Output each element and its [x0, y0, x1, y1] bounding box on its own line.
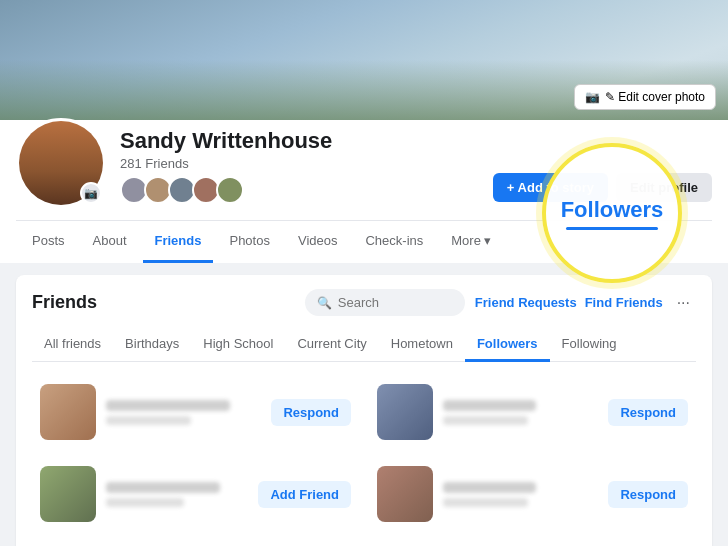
friend-info — [106, 482, 248, 507]
avatar-camera-icon[interactable]: 📷 — [80, 182, 102, 204]
friend-avatar — [40, 466, 96, 522]
nav-checkins[interactable]: Check-ins — [353, 221, 435, 263]
friend-card: Respond — [369, 540, 696, 546]
nav-friends[interactable]: Friends — [143, 221, 214, 263]
friend-info — [106, 400, 261, 425]
nav-more[interactable]: More ▾ — [439, 221, 503, 263]
followers-highlight-text: Followers — [561, 197, 664, 223]
cover-photo: 📷 ✎ Edit cover photo — [0, 0, 728, 120]
nav-posts[interactable]: Posts — [20, 221, 77, 263]
friend-avatars-row — [120, 176, 479, 204]
avatar-wrap: 📷 — [16, 118, 106, 208]
subtab-following[interactable]: Following — [550, 328, 629, 362]
friends-grid: Respond Respond Add Friend — [32, 376, 696, 546]
profile-info: Sandy Writtenhouse 281 Friends — [120, 128, 479, 208]
add-friend-button[interactable]: Add Friend — [258, 481, 351, 508]
followers-highlight-circle: Followers — [542, 143, 682, 283]
profile-actions: + Add to story Edit profile Followers — [493, 173, 712, 208]
friend-card: Respond — [32, 376, 359, 448]
find-friends-button[interactable]: Find Friends — [585, 295, 663, 310]
friend-detail — [443, 498, 528, 507]
nav-photos[interactable]: Photos — [217, 221, 281, 263]
friend-avatar — [40, 384, 96, 440]
more-options-button[interactable]: ··· — [671, 292, 696, 314]
search-box[interactable]: 🔍 — [305, 289, 465, 316]
respond-button[interactable]: Respond — [271, 399, 351, 426]
friend-name — [106, 482, 220, 493]
subtab-birthdays[interactable]: Birthdays — [113, 328, 191, 362]
friends-actions: Friend Requests Find Friends ··· — [475, 292, 696, 314]
subtab-current-city[interactable]: Current City — [285, 328, 378, 362]
edit-cover-label: ✎ Edit cover photo — [605, 90, 705, 104]
friend-card: Respond — [369, 458, 696, 530]
friend-avatar — [377, 466, 433, 522]
subtab-all-friends[interactable]: All friends — [32, 328, 113, 362]
nav-about[interactable]: About — [81, 221, 139, 263]
edit-cover-button[interactable]: 📷 ✎ Edit cover photo — [574, 84, 716, 110]
friends-panel: Friends 🔍 Friend Requests Find Friends ·… — [16, 275, 712, 546]
friends-header: Friends 🔍 Friend Requests Find Friends ·… — [32, 289, 696, 316]
friend-card: Add Friend — [32, 458, 359, 530]
friend-name — [106, 400, 230, 411]
friend-card: Respond — [369, 376, 696, 448]
search-icon: 🔍 — [317, 296, 332, 310]
friend-card: Respond — [32, 540, 359, 546]
search-input[interactable] — [338, 295, 453, 310]
friend-name — [443, 400, 536, 411]
friend-mini-avatar — [216, 176, 244, 204]
subtab-high-school[interactable]: High School — [191, 328, 285, 362]
friend-info — [443, 400, 598, 425]
friend-detail — [106, 498, 184, 507]
friend-name — [443, 482, 536, 493]
friend-requests-button[interactable]: Friend Requests — [475, 295, 577, 310]
followers-underline — [566, 227, 658, 230]
respond-button[interactable]: Respond — [608, 399, 688, 426]
friends-subtabs: All friends Birthdays High School Curren… — [32, 328, 696, 362]
friend-detail — [106, 416, 191, 425]
friends-title: Friends — [32, 292, 295, 313]
friend-avatar — [377, 384, 433, 440]
subtab-hometown[interactable]: Hometown — [379, 328, 465, 362]
main-content: Friends 🔍 Friend Requests Find Friends ·… — [0, 263, 728, 546]
friend-detail — [443, 416, 528, 425]
friend-info — [443, 482, 598, 507]
nav-videos[interactable]: Videos — [286, 221, 350, 263]
camera-icon: 📷 — [585, 90, 600, 104]
profile-name: Sandy Writtenhouse — [120, 128, 479, 154]
profile-section: 📷 Sandy Writtenhouse 281 Friends + Add t… — [0, 120, 728, 263]
subtab-followers[interactable]: Followers — [465, 328, 550, 362]
friends-count: 281 Friends — [120, 156, 479, 171]
respond-button[interactable]: Respond — [608, 481, 688, 508]
